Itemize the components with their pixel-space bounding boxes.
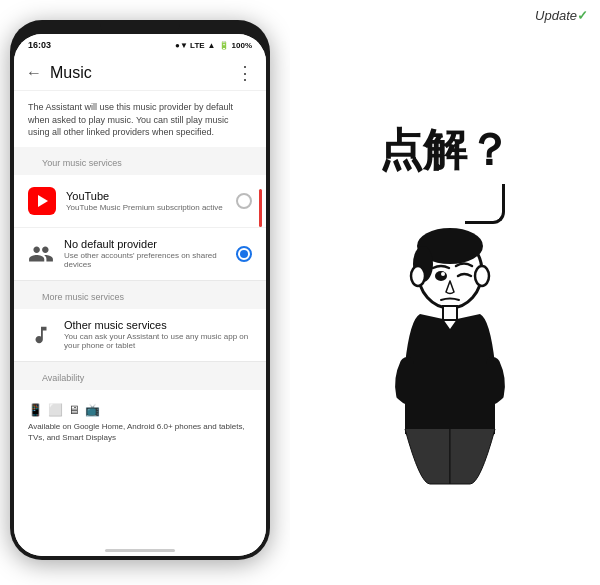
other-services-info: Other music services You can ask your As… [64, 319, 252, 350]
speech-bubble-area: 点解？ [379, 91, 511, 224]
availability-content: 📱 ⬜ 🖥 📺 Available on Google Home, Androi… [14, 390, 266, 453]
home-bar [105, 549, 175, 552]
red-indicator [259, 189, 262, 227]
your-music-label: Your music services [28, 152, 136, 172]
availability-text: Available on Google Home, Android 6.0+ p… [28, 421, 252, 443]
youtube-play-icon [38, 195, 48, 207]
chinese-question-text: 点解？ [379, 121, 511, 180]
no-default-name: No default provider [64, 238, 236, 250]
youtube-radio[interactable] [236, 193, 252, 209]
wifi-icon: ▲ [208, 41, 216, 50]
tablet-icon: ⬜ [48, 403, 63, 417]
page-title: Music [50, 64, 92, 82]
phone-notch [100, 20, 180, 34]
no-default-radio[interactable] [236, 246, 252, 262]
device-icons: 📱 ⬜ 🖥 📺 [28, 403, 252, 417]
svg-point-5 [435, 271, 447, 281]
back-button[interactable]: ← [26, 64, 42, 82]
status-bar: 16:03 ●▼ LTE ▲ 🔋 100% [14, 34, 266, 56]
phone-body: 16:03 ●▼ LTE ▲ 🔋 100% ← Music ⋮ T [10, 20, 270, 560]
right-panel: Update✓ 点解？ [290, 0, 600, 585]
speech-tail [465, 184, 505, 224]
other-services-name: Other music services [64, 319, 252, 331]
app-content: The Assistant will use this music provid… [14, 91, 266, 556]
other-services-item[interactable]: Other music services You can ask your As… [14, 309, 266, 361]
checkmark-icon: ✓ [577, 8, 588, 23]
no-default-service-item[interactable]: No default provider Use other accounts' … [14, 228, 266, 280]
youtube-info: YouTube YouTube Music Premium subscripti… [66, 190, 236, 212]
more-music-label: More music services [28, 286, 138, 306]
battery-icon: 🔋 [219, 41, 229, 50]
status-time: 16:03 [28, 40, 51, 50]
svg-point-3 [411, 266, 425, 286]
more-music-section-header: More music services [14, 281, 266, 309]
your-music-section-header: Your music services [14, 147, 266, 175]
phone-icon: 📱 [28, 403, 43, 417]
signal-icon: ●▼ LTE [175, 41, 205, 50]
description-text: The Assistant will use this music provid… [14, 91, 266, 147]
youtube-service-item[interactable]: YouTube YouTube Music Premium subscripti… [14, 175, 266, 227]
phone-container: 16:03 ●▼ LTE ▲ 🔋 100% ← Music ⋮ T [10, 20, 275, 580]
youtube-icon [28, 187, 56, 215]
phone-screen: 16:03 ●▼ LTE ▲ 🔋 100% ← Music ⋮ T [14, 34, 266, 556]
youtube-name: YouTube [66, 190, 236, 202]
availability-label: Availability [28, 367, 98, 387]
tv-icon: 🖥 [68, 403, 80, 417]
no-default-sub: Use other accounts' preferences on share… [64, 251, 236, 269]
availability-section-header: Availability [14, 362, 266, 390]
person-illustration [345, 224, 545, 494]
other-services-sub: You can ask your Assistant to use any mu… [64, 332, 252, 350]
header-left: ← Music [26, 64, 92, 82]
radio-inner [240, 250, 248, 258]
no-default-icon [28, 241, 54, 267]
battery-pct: 100% [232, 41, 252, 50]
status-icons: ●▼ LTE ▲ 🔋 100% [175, 41, 252, 50]
update-badge: Update✓ [535, 8, 588, 23]
svg-point-4 [475, 266, 489, 286]
svg-point-6 [441, 272, 445, 276]
youtube-sub: YouTube Music Premium subscription activ… [66, 203, 236, 212]
svg-rect-7 [443, 306, 457, 320]
more-menu-button[interactable]: ⋮ [236, 62, 254, 84]
music-note-icon [28, 322, 54, 348]
no-default-info: No default provider Use other accounts' … [64, 238, 236, 269]
smart-display-icon: 📺 [85, 403, 100, 417]
app-header: ← Music ⋮ [14, 56, 266, 91]
